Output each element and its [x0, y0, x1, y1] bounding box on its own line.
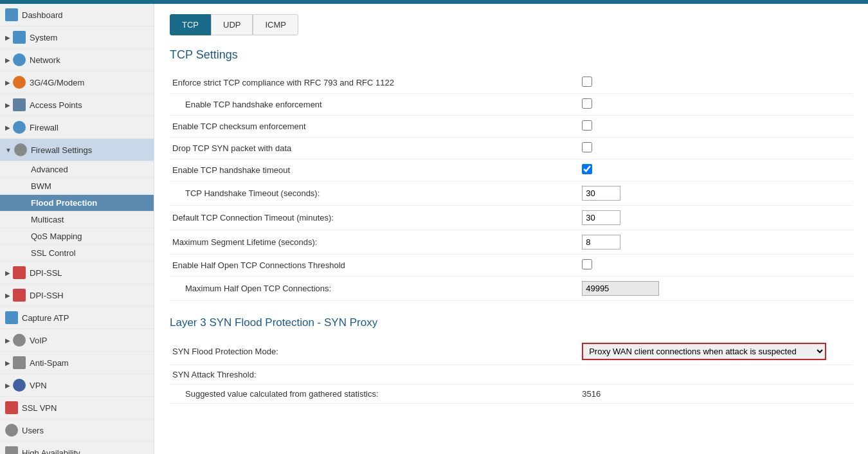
access-points-arrow-icon: ▶ — [5, 102, 10, 109]
input-segment-lifetime[interactable] — [582, 235, 620, 250]
sidebar-item-capture-atp[interactable]: Capture ATP — [0, 307, 154, 329]
table-row: Enable TCP handshake timeout — [170, 159, 853, 181]
sidebar-label-capture-atp: Capture ATP — [22, 313, 69, 323]
access-points-icon — [13, 98, 26, 111]
control-segment-lifetime — [579, 230, 853, 255]
table-row: Enforce strict TCP compliance with RFC 7… — [170, 72, 853, 94]
vpn-icon — [13, 379, 26, 392]
checkbox-syn-packet[interactable] — [582, 142, 592, 152]
sidebar-item-qos-mapping[interactable]: QoS Mapping — [0, 228, 154, 245]
sidebar-label-access-points: Access Points — [30, 100, 82, 110]
dpi-ssh-arrow-icon: ▶ — [5, 292, 10, 299]
syn-mode-select[interactable]: Proxy WAN client connections when attack… — [582, 343, 826, 360]
dpi-ssl-arrow-icon: ▶ — [5, 269, 10, 277]
sidebar-item-firewall[interactable]: ▶Firewall — [0, 116, 154, 139]
anti-spam-arrow-icon: ▶ — [5, 359, 10, 367]
label-handshake-enforcement: Enable TCP handshake enforcement — [170, 94, 579, 116]
control-handshake-timeout-val — [579, 181, 853, 206]
input-handshake-timeout-val[interactable] — [582, 186, 620, 201]
sidebar-label-system: System — [30, 33, 57, 42]
sidebar-item-firewall-settings[interactable]: ▼Firewall Settings — [0, 139, 154, 161]
sidebar-item-multicast[interactable]: Multicast — [0, 212, 154, 228]
checkbox-handshake-timeout[interactable] — [582, 164, 592, 174]
sidebar-label-firewall: Firewall — [30, 123, 59, 132]
label-handshake-timeout-val: TCP Handshake Timeout (seconds): — [170, 181, 579, 206]
input-conn-timeout[interactable] — [582, 210, 620, 225]
sidebar-label-firewall-settings: Firewall Settings — [31, 145, 92, 155]
attack-threshold-cell — [579, 365, 853, 385]
firewall-icon — [13, 121, 26, 134]
tcp-settings-title: TCP Settings — [170, 48, 853, 62]
input-max-half-open[interactable] — [582, 281, 659, 296]
sidebar-label-network: Network — [30, 55, 60, 65]
system-arrow-icon: ▶ — [5, 34, 10, 41]
table-row: SYN Flood Protection Mode: Proxy WAN cli… — [170, 338, 853, 365]
dpi-ssl-icon — [13, 266, 26, 279]
sidebar-item-flood-protection[interactable]: Flood Protection — [0, 195, 154, 212]
high-availability-icon — [5, 446, 18, 454]
tab-bar: TCPUDPICMP — [170, 14, 853, 35]
label-syn-packet: Drop TCP SYN packet with data — [170, 138, 579, 159]
system-icon — [13, 31, 26, 44]
table-row: SYN Attack Threshold: — [170, 365, 853, 385]
voip-icon — [13, 334, 26, 347]
checkbox-rfc-compliance[interactable] — [582, 77, 592, 87]
control-checksum-enforcement — [579, 116, 853, 138]
sidebar-item-dpi-ssh[interactable]: ▶DPI-SSH — [0, 284, 154, 307]
sidebar-item-ssl-vpn[interactable]: SSL VPN — [0, 397, 154, 419]
table-row: Default TCP Connection Timeout (minutes)… — [170, 206, 853, 230]
control-handshake-enforcement — [579, 94, 853, 116]
sidebar-item-bwm[interactable]: BWM — [0, 178, 154, 195]
tcp-settings-table: Enforce strict TCP compliance with RFC 7… — [170, 72, 853, 301]
capture-atp-icon — [5, 311, 18, 324]
sidebar-label-dpi-ssl: DPI-SSL — [30, 268, 62, 278]
checkbox-handshake-enforcement[interactable] — [582, 98, 592, 109]
sidebar-item-system[interactable]: ▶System — [0, 26, 154, 49]
control-syn-packet — [579, 138, 853, 159]
sidebar-item-users[interactable]: Users — [0, 419, 154, 442]
table-row: Maximum Half Open TCP Connections: — [170, 277, 853, 301]
sidebar-label-modem: 3G/4G/Modem — [30, 78, 84, 87]
sidebar-label-users: Users — [22, 426, 44, 435]
sidebar-item-vpn[interactable]: ▶VPN — [0, 374, 154, 397]
sidebar-item-modem[interactable]: ▶3G/4G/Modem — [0, 71, 154, 94]
sidebar: Dashboard▶System▶Network▶3G/4G/Modem▶Acc… — [0, 4, 154, 454]
sidebar-item-access-points[interactable]: ▶Access Points — [0, 94, 154, 116]
firewall-settings-icon — [14, 143, 27, 156]
table-row: Enable TCP checksum enforcement — [170, 116, 853, 138]
sidebar-item-ssl-control[interactable]: SSL Control — [0, 245, 154, 262]
table-row: Maximum Segment Lifetime (seconds): — [170, 230, 853, 255]
sidebar-label-voip: VoIP — [30, 336, 47, 345]
sidebar-label-ssl-vpn: SSL VPN — [22, 403, 57, 413]
tab-icmp[interactable]: ICMP — [253, 14, 298, 35]
anti-spam-icon — [13, 356, 26, 369]
tab-tcp[interactable]: TCP — [170, 14, 211, 35]
firewall-arrow-icon: ▶ — [5, 124, 10, 131]
sidebar-label-dashboard: Dashboard — [22, 10, 63, 20]
syn-mode-cell: Proxy WAN client connections when attack… — [579, 338, 853, 365]
control-conn-timeout — [579, 206, 853, 230]
main-container: Dashboard▶System▶Network▶3G/4G/Modem▶Acc… — [0, 4, 868, 454]
label-rfc-compliance: Enforce strict TCP compliance with RFC 7… — [170, 72, 579, 94]
sidebar-item-dashboard[interactable]: Dashboard — [0, 4, 154, 26]
sidebar-label-dpi-ssh: DPI-SSH — [30, 291, 64, 300]
sidebar-item-anti-spam[interactable]: ▶Anti-Spam — [0, 352, 154, 374]
table-row: Suggested value calculated from gathered… — [170, 385, 853, 404]
sidebar-item-advanced[interactable]: Advanced — [0, 161, 154, 178]
sidebar-item-dpi-ssl[interactable]: ▶DPI-SSL — [0, 262, 154, 284]
label-half-open-threshold: Enable Half Open TCP Connections Thresho… — [170, 255, 579, 277]
table-row: TCP Handshake Timeout (seconds): — [170, 181, 853, 206]
suggested-value: 3516 — [579, 385, 853, 404]
tab-udp[interactable]: UDP — [211, 14, 253, 35]
checkbox-checksum-enforcement[interactable] — [582, 120, 592, 131]
sidebar-item-voip[interactable]: ▶VoIP — [0, 329, 154, 352]
control-rfc-compliance — [579, 72, 853, 94]
checkbox-half-open-threshold[interactable] — [582, 259, 592, 269]
users-icon — [5, 424, 18, 437]
control-max-half-open — [579, 277, 853, 301]
label-max-half-open: Maximum Half Open TCP Connections: — [170, 277, 579, 301]
label-checksum-enforcement: Enable TCP checksum enforcement — [170, 116, 579, 138]
sidebar-item-network[interactable]: ▶Network — [0, 49, 154, 71]
table-row: Drop TCP SYN packet with data — [170, 138, 853, 159]
sidebar-item-high-availability[interactable]: High Availability — [0, 442, 154, 454]
